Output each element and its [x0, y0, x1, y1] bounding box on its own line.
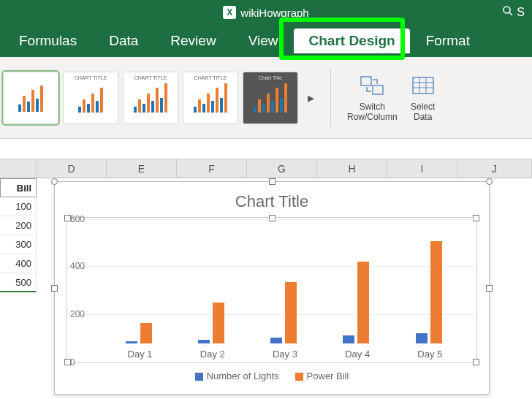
resize-handle[interactable]: [473, 359, 479, 365]
x-label: Day 3: [273, 349, 297, 360]
tab-formulas[interactable]: Formulas: [3, 27, 93, 55]
y-tick-600: 600: [70, 214, 85, 224]
search-placeholder: S: [517, 6, 525, 19]
chart-style-3[interactable]: CHART TITLE: [123, 72, 178, 124]
y-tick-0: 0: [70, 357, 75, 368]
gridline: [67, 219, 476, 220]
bar-bill-day5: [430, 241, 442, 343]
chart-title[interactable]: Chart Title: [55, 192, 489, 211]
svg-line-1: [509, 12, 512, 15]
resize-handle[interactable]: [486, 285, 493, 292]
chart-styles-more[interactable]: ▸: [303, 90, 319, 106]
bar-lights-day2: [198, 340, 210, 343]
col-header-e[interactable]: E: [107, 159, 177, 178]
ribbon-separator: [330, 69, 331, 127]
col-header-blank[interactable]: [0, 159, 37, 178]
col-header-d[interactable]: D: [37, 159, 107, 178]
col-header-f[interactable]: F: [177, 159, 247, 178]
y-tick-200: 200: [70, 309, 85, 319]
chart-style-4[interactable]: CHART TITLE: [183, 72, 238, 124]
legend-swatch-icon: [195, 373, 203, 381]
bar-lights-day1: [126, 341, 137, 343]
cell-b4[interactable]: 400: [0, 254, 37, 273]
cell-b5[interactable]: 500: [0, 273, 37, 292]
chart-style-1[interactable]: [3, 72, 58, 124]
chart-legend[interactable]: Number of Lights Power Bill: [67, 370, 476, 381]
bar-bill-day3: [285, 282, 297, 343]
chart-style-2[interactable]: CHART TITLE: [63, 72, 118, 124]
cell-header-bill[interactable]: Bill: [0, 178, 37, 197]
chart-style-5[interactable]: Chart Title: [243, 72, 298, 124]
document-title: X wikiHowgraph: [223, 6, 308, 19]
cell-b3[interactable]: 300: [0, 235, 37, 254]
resize-handle[interactable]: [51, 178, 58, 185]
document-name: wikiHowgraph: [240, 7, 308, 19]
tab-format[interactable]: Format: [410, 27, 486, 55]
y-tick-400: 400: [70, 261, 85, 271]
plot-bars: [104, 227, 466, 343]
x-label: Day 5: [417, 349, 442, 360]
x-label: Day 4: [345, 349, 370, 360]
select-data-button[interactable]: Select Data: [406, 71, 440, 125]
resize-handle[interactable]: [269, 178, 276, 185]
cell-b2[interactable]: 200: [0, 216, 37, 235]
bar-lights-day5: [416, 333, 428, 343]
tab-chart-design[interactable]: Chart Design: [294, 28, 409, 53]
bar-lights-day4: [343, 335, 354, 343]
worksheet-grid[interactable]: Bill 100 200 300 400 500 Chart Title 0 2…: [0, 178, 532, 399]
chart-plot-area[interactable]: 0 200 400 600 Day 1 Day 2 Day 3 Day 4 Da…: [66, 217, 477, 363]
x-label: Day 2: [200, 349, 225, 360]
switch-row-column-label: Switch Row/Column: [347, 102, 398, 122]
tab-view[interactable]: View: [232, 27, 294, 55]
resize-handle[interactable]: [473, 215, 479, 221]
embedded-chart[interactable]: Chart Title 0 200 400 600: [54, 181, 490, 395]
col-header-j[interactable]: J: [457, 159, 532, 178]
resize-handle[interactable]: [269, 215, 276, 221]
col-header-i[interactable]: I: [387, 159, 457, 178]
bar-lights-day3: [270, 338, 282, 343]
legend-swatch-icon: [295, 373, 303, 381]
select-data-icon: [411, 74, 436, 99]
tab-review[interactable]: Review: [154, 27, 232, 55]
bar-bill-day2: [213, 303, 224, 343]
legend-item-lights: Number of Lights: [195, 370, 279, 381]
tab-data[interactable]: Data: [93, 27, 154, 55]
excel-file-icon: X: [223, 6, 236, 19]
svg-point-0: [503, 7, 510, 13]
switch-row-column-button[interactable]: Switch Row/Column: [343, 71, 402, 125]
column-headers: D E F G H I J: [0, 159, 532, 178]
bar-bill-day1: [140, 323, 152, 343]
x-axis-labels: Day 1 Day 2 Day 3 Day 4 Day 5: [104, 349, 466, 360]
legend-item-bill: Power Bill: [295, 370, 349, 381]
cell-b1[interactable]: 100: [0, 197, 37, 216]
col-header-h[interactable]: H: [317, 159, 387, 178]
svg-rect-3: [373, 86, 383, 94]
select-data-label: Select Data: [411, 102, 435, 122]
resize-handle[interactable]: [51, 285, 58, 292]
search-box[interactable]: S: [502, 5, 525, 20]
switch-row-column-icon: [360, 74, 384, 99]
col-header-g[interactable]: G: [247, 159, 317, 178]
svg-rect-4: [413, 77, 433, 94]
bar-bill-day4: [357, 262, 369, 343]
title-bar: X wikiHowgraph S: [0, 0, 532, 25]
ribbon-tabs: Formulas Data Review View Chart Design F…: [0, 25, 532, 57]
ribbon-chart-design: CHART TITLE CHART TITLE CHART TITLE Char…: [0, 57, 532, 139]
x-label: Day 1: [128, 349, 153, 360]
resize-handle[interactable]: [486, 178, 493, 185]
svg-rect-2: [361, 77, 371, 86]
formula-bar[interactable]: [0, 139, 532, 159]
search-icon: [502, 5, 514, 20]
